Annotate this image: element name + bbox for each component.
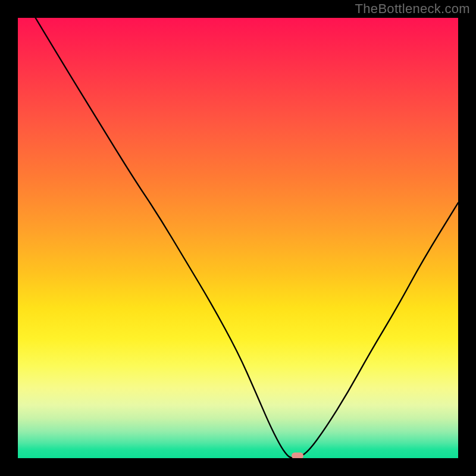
watermark-text: TheBottleneck.com [355, 1, 470, 17]
bottleneck-curve [18, 18, 458, 458]
plot-area [18, 18, 458, 458]
chart-frame: TheBottleneck.com [0, 0, 476, 476]
curve-path [36, 18, 458, 458]
bottleneck-marker [292, 453, 303, 459]
